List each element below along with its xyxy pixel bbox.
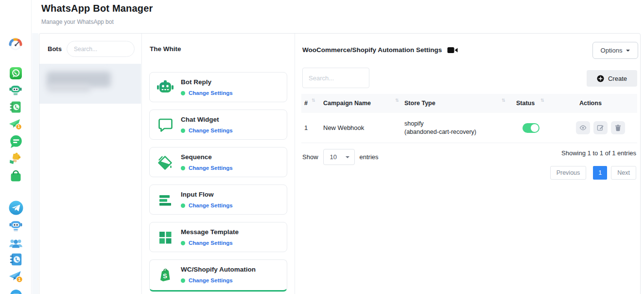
bots-search-input[interactable]	[67, 41, 135, 57]
menu-card-title: WC/Shopify Automation	[181, 266, 256, 273]
sort-icon[interactable]: ⇅	[540, 98, 544, 103]
menu-card-input-flow[interactable]: Input Flow Change Settings	[149, 184, 287, 215]
page-size-select[interactable]: 10	[323, 149, 355, 165]
status-dot	[181, 91, 185, 95]
campaign-send-green-icon[interactable]: 1	[9, 117, 22, 133]
grid-icon	[157, 229, 174, 246]
entries-label: entries	[360, 153, 379, 161]
trash-icon	[614, 124, 622, 131]
menu-card-wc-shopify-automation[interactable]: S WC/Shopify Automation Change Settings	[149, 259, 287, 292]
change-settings-link[interactable]: Change Settings	[189, 90, 233, 96]
whatsapp-bot-manager-app: 1	[0, 0, 644, 294]
change-settings-link[interactable]: Change Settings	[189, 277, 233, 283]
column-header-store-type[interactable]: Store Type	[404, 100, 435, 107]
dashboard-gauge-icon[interactable]	[9, 37, 22, 53]
edit-icon	[597, 124, 604, 131]
bars-icon	[157, 191, 174, 209]
bot-reply-robot-icon	[157, 79, 174, 96]
toggle-knob	[531, 124, 539, 132]
menu-card-title: Input Flow	[181, 191, 213, 198]
edit-button[interactable]	[593, 121, 608, 134]
chat-bubble-icon	[157, 116, 174, 134]
column-header-index[interactable]: #	[304, 100, 308, 107]
notification-badge: 1	[17, 124, 20, 129]
automation-settings-panel: WooCommerce/Shopify Automation Settings …	[295, 34, 641, 294]
current-page-button[interactable]: 1	[593, 166, 607, 180]
column-header-actions: Actions	[579, 100, 602, 107]
sort-icon[interactable]: ⇅	[502, 98, 505, 103]
table-search-input[interactable]	[302, 68, 369, 88]
table-row: 1 New Webhook shopify (abandoned-cart-re…	[301, 113, 637, 143]
whatsapp-icon[interactable]	[9, 67, 22, 82]
next-page-button[interactable]: Next	[611, 166, 636, 180]
plus-circle-icon	[597, 75, 604, 82]
menu-card-title: Chat Widget	[181, 116, 219, 123]
chat-green-icon[interactable]	[8, 134, 23, 151]
create-button[interactable]: Create	[587, 70, 637, 87]
show-label: Show	[302, 153, 318, 161]
page-title: WhatsApp Bot Manager	[41, 3, 153, 14]
options-button[interactable]: Options	[592, 42, 638, 59]
shop-bag-icon[interactable]	[8, 168, 23, 185]
robot-blue-icon[interactable]	[9, 219, 23, 235]
row-campaign-name: New Webhook	[323, 124, 364, 131]
video-tutorial-icon[interactable]	[447, 47, 458, 54]
menu-card-message-template[interactable]: Message Template Change Settings	[149, 222, 287, 252]
paint-bucket-icon	[157, 154, 174, 171]
panel-title-row: WooCommerce/Shopify Automation Settings	[302, 46, 458, 54]
eye-icon	[579, 124, 587, 131]
menu-card-bot-reply[interactable]: Bot Reply Change Settings	[149, 72, 287, 102]
view-button[interactable]	[576, 121, 590, 134]
page-size-value: 10	[330, 153, 337, 161]
telegram-icon[interactable]	[8, 200, 24, 218]
shopify-bag-icon: S	[157, 266, 174, 284]
groups-blue-icon[interactable]	[9, 236, 23, 252]
change-settings-link[interactable]: Change Settings	[189, 165, 233, 171]
pagination: Previous 1 Next	[550, 166, 636, 180]
svg-text:S: S	[163, 272, 168, 280]
table-header: # ⇅ Campaign Name ⇅ Store Type ⇅ Status …	[301, 94, 637, 113]
menu-card-chat-widget[interactable]: Chat Widget Change Settings	[149, 110, 287, 140]
status-dot	[181, 166, 185, 170]
sort-icon[interactable]: ⇅	[312, 98, 315, 103]
bots-panel-title: Bots	[48, 45, 62, 53]
bots-panel: Bots	[39, 34, 141, 294]
change-settings-link[interactable]: Change Settings	[189, 202, 233, 208]
bot-list-item-selected[interactable]	[39, 64, 141, 104]
chevron-down-icon	[626, 50, 630, 52]
previous-page-button[interactable]: Previous	[550, 166, 587, 180]
chevron-down-icon	[346, 156, 349, 158]
options-button-label: Options	[601, 47, 623, 54]
bot-name-redacted-line2	[48, 84, 90, 92]
status-toggle-on[interactable]	[522, 123, 540, 133]
page-size-row: Show 10 entries	[302, 149, 379, 165]
row-store-type: shopify (abandoned-cart-recovery)	[404, 120, 476, 136]
entries-summary: Showing 1 to 1 of 1 entries	[561, 149, 636, 157]
bot-settings-menu: The White Bot	[141, 34, 295, 294]
status-dot	[181, 203, 185, 208]
sort-icon[interactable]: ⇅	[395, 98, 399, 103]
row-index: 1	[304, 124, 308, 131]
campaign-send-blue-icon[interactable]: 1	[9, 269, 23, 286]
manager-card: Bots The White	[39, 33, 641, 294]
page-subtitle: Manage your WhatsApp bot	[41, 18, 114, 25]
menu-card-sequence[interactable]: Sequence Change Settings	[149, 147, 287, 177]
contacts-blue-icon[interactable]	[9, 252, 23, 269]
column-header-status[interactable]: Status	[516, 100, 535, 107]
integrations-puzzle-icon[interactable]	[9, 151, 22, 167]
contacts-green-icon[interactable]	[9, 100, 22, 116]
menu-card-title: Sequence	[181, 153, 212, 161]
robot-green-icon[interactable]	[9, 83, 22, 99]
status-dot	[181, 129, 185, 133]
panel-title: WooCommerce/Shopify Automation Settings	[302, 46, 442, 54]
create-button-label: Create	[608, 75, 627, 82]
status-dot	[181, 241, 185, 245]
delete-button[interactable]	[611, 121, 625, 134]
menu-card-title: Bot Reply	[181, 78, 211, 86]
change-settings-link[interactable]: Change Settings	[189, 128, 233, 133]
icon-rail: 1	[0, 0, 32, 294]
change-settings-link[interactable]: Change Settings	[189, 240, 233, 246]
content-gap-strip	[32, 33, 38, 294]
column-header-campaign-name[interactable]: Campaign Name	[323, 100, 371, 107]
chat-blue-icon[interactable]	[8, 288, 23, 294]
